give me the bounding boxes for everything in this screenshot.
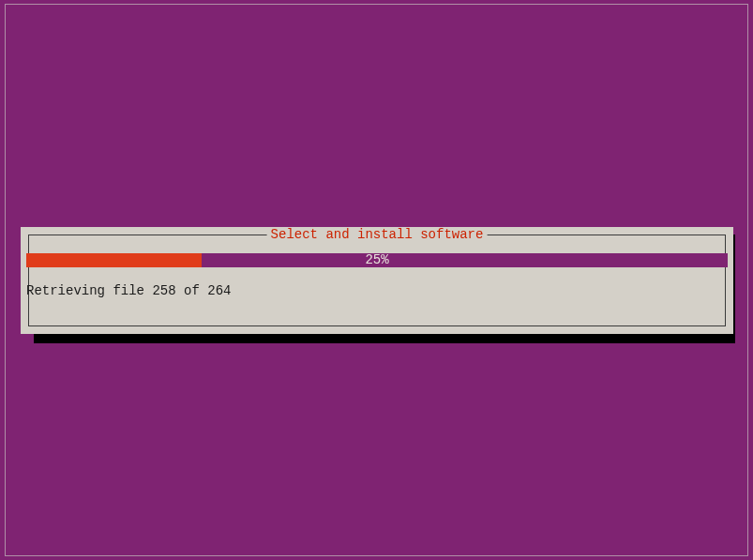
install-dialog: Select and install software 25% Retrievi… (21, 227, 733, 334)
status-message: Retrieving file 258 of 264 (26, 283, 231, 298)
dialog-title: Select and install software (267, 227, 488, 242)
progress-percent-text: 25% (26, 253, 728, 267)
dialog-border: Select and install software (28, 235, 726, 326)
progress-bar: 25% (26, 253, 728, 267)
